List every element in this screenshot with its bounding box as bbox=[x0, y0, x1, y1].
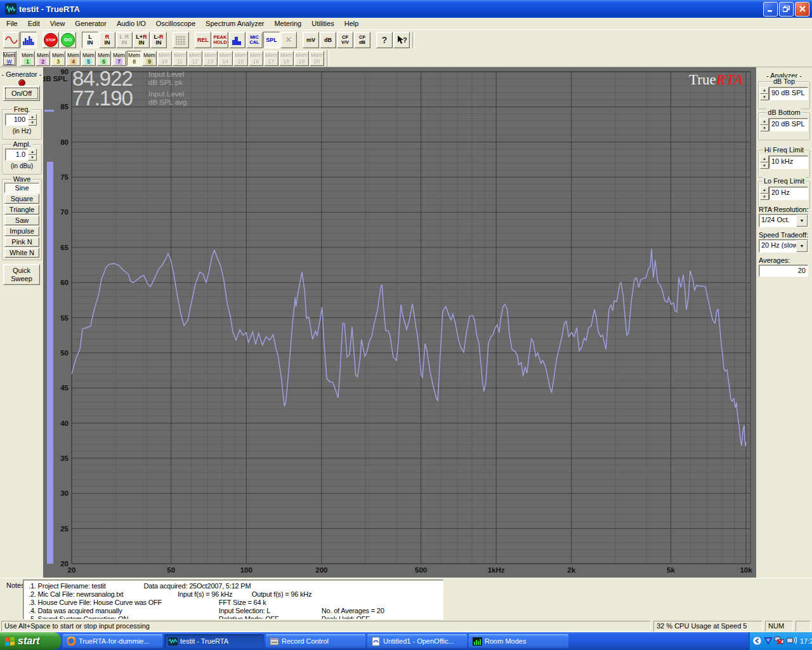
status-bar: Use Alt+Space to start or stop input pro… bbox=[0, 620, 812, 632]
db-top-input[interactable]: 90 dB SPL bbox=[769, 87, 808, 100]
toolbar-separator bbox=[190, 32, 195, 48]
menu-item-spectrum-analyzer[interactable]: Spectrum Analyzer bbox=[200, 18, 269, 29]
main-toolbar: STOPGOLINRINL RINL+RINL-RINRELPEAKHOLDMI… bbox=[0, 29, 812, 50]
memory-button-9[interactable]: Mem9 bbox=[142, 51, 157, 66]
db-bottom-down-button[interactable]: ▼ bbox=[760, 125, 769, 132]
db-bottom-up-button[interactable]: ▲ bbox=[760, 118, 769, 125]
memory-button-2[interactable]: Mem2 bbox=[36, 51, 50, 66]
collapse-chevron-icon[interactable] bbox=[752, 636, 762, 647]
context-help-button[interactable]: ? bbox=[393, 32, 410, 48]
menu-item-view[interactable]: View bbox=[45, 18, 70, 29]
memory-button-4[interactable]: Mem4 bbox=[66, 51, 81, 66]
bar-display-button[interactable] bbox=[229, 32, 246, 48]
start-label: start bbox=[18, 635, 40, 647]
rta-resolution-label: RTA Resolution: bbox=[759, 206, 808, 213]
freq-up-button[interactable]: ▲ bbox=[28, 114, 37, 120]
db-top-up-button[interactable]: ▲ bbox=[760, 87, 769, 94]
svg-text:1kHz: 1kHz bbox=[488, 566, 505, 574]
input-l-plus-r-button[interactable]: L+RIN bbox=[133, 32, 150, 48]
memory-button-16: Mem16 bbox=[249, 51, 263, 66]
hi-freq-limit-input[interactable]: 10 kHz bbox=[769, 156, 808, 169]
rta-resolution-select[interactable]: 1/24 Oct. ▼ bbox=[759, 214, 808, 227]
memory-button-1[interactable]: Mem1 bbox=[20, 51, 35, 66]
note-line-4: .4. Data was acquired manuallyInput Sele… bbox=[23, 607, 443, 615]
wave-button-pink-n[interactable]: Pink N bbox=[4, 237, 39, 247]
input-left-button[interactable]: LIN bbox=[82, 32, 98, 48]
menu-item-utilities[interactable]: Utilities bbox=[306, 18, 339, 29]
minimize-button[interactable] bbox=[763, 2, 778, 17]
spectrum-display-button[interactable] bbox=[20, 32, 37, 48]
chevron-down-icon[interactable]: ▼ bbox=[796, 215, 808, 227]
analyzer-group-db-top: dB Top▲▼90 dB SPL bbox=[758, 81, 810, 109]
speed-tradeoff-select[interactable]: 20 Hz (slow) ▼ bbox=[759, 239, 808, 253]
freq-down-button[interactable]: ▼ bbox=[28, 120, 37, 126]
mic-cal-button[interactable]: MICCAL bbox=[246, 32, 263, 48]
taskbar-button-room-modes[interactable]: Room Modes bbox=[469, 634, 568, 648]
wave-button-sine[interactable]: Sine bbox=[4, 183, 39, 193]
taskbar-button-testit-truerta[interactable]: testit - TrueRTA bbox=[164, 634, 264, 648]
chevron-down-icon[interactable]: ▼ bbox=[796, 240, 808, 252]
menu-item-help[interactable]: Help bbox=[339, 18, 364, 29]
freq-input[interactable]: 100 bbox=[5, 114, 28, 126]
memory-button-w[interactable]: MemW bbox=[2, 51, 16, 66]
peak-hold-button[interactable]: PEAKHOLD bbox=[212, 32, 228, 48]
crest-factor-vv-button[interactable]: CFV/V bbox=[337, 32, 353, 48]
hi-freq-limit-down-button[interactable]: ▼ bbox=[760, 162, 769, 169]
memory-button-3[interactable]: Mem3 bbox=[51, 51, 65, 66]
ampl-input[interactable]: 1.0 bbox=[5, 149, 28, 161]
memory-button-8[interactable]: Mem8 bbox=[127, 51, 141, 66]
hi-freq-limit-up-button[interactable]: ▲ bbox=[760, 156, 769, 162]
menu-item-generator[interactable]: Generator bbox=[70, 18, 112, 29]
taskbar-button-truerta-for-dummie[interactable]: TrueRTA-for-dummie... bbox=[63, 634, 162, 648]
spl-button[interactable]: SPL bbox=[263, 32, 280, 48]
messenger-triangle-icon[interactable] bbox=[764, 637, 773, 646]
menu-item-oscilloscope[interactable]: Oscilloscope bbox=[151, 18, 200, 29]
help-button[interactable]: ? bbox=[376, 32, 393, 48]
wave-button-white-n[interactable]: White N bbox=[4, 248, 39, 258]
ampl-down-button[interactable]: ▼ bbox=[28, 155, 37, 161]
input-l-minus-r-button[interactable]: L-RIN bbox=[150, 32, 167, 48]
go-button[interactable]: GO bbox=[60, 32, 76, 48]
truerta-icon bbox=[167, 636, 178, 646]
db-top-down-button[interactable]: ▼ bbox=[760, 94, 769, 101]
analyzer-group-db-bottom: dB Bottom▲▼20 dB SPL bbox=[758, 112, 810, 140]
quick-sweep-button[interactable]: Quick Sweep bbox=[3, 264, 40, 285]
status-message: Use Alt+Space to start or stop input pro… bbox=[1, 621, 651, 632]
decibels-button[interactable]: dB bbox=[320, 32, 336, 48]
network-activity-icon[interactable] bbox=[787, 636, 797, 646]
crest-factor-db-button[interactable]: CFdB bbox=[354, 32, 370, 48]
memory-button-15: Mem15 bbox=[233, 51, 248, 66]
menu-item-audio-i-o[interactable]: Audio I/O bbox=[112, 18, 151, 29]
close-icon[interactable] bbox=[795, 2, 809, 17]
rta-plot: 202530354045505560657075808590dB SPL2050… bbox=[43, 67, 756, 578]
input-right-button[interactable]: RIN bbox=[99, 32, 115, 48]
lo-freq-limit-input[interactable]: 20 Hz bbox=[769, 187, 808, 200]
restore-button[interactable] bbox=[779, 2, 794, 17]
memory-button-6[interactable]: Mem6 bbox=[96, 51, 111, 66]
averages-input[interactable]: 20 bbox=[759, 265, 808, 277]
notes-text-area[interactable]: .1. Project Filename: testitData acquire… bbox=[23, 580, 443, 620]
generator-display-button[interactable] bbox=[3, 32, 20, 48]
lo-freq-limit-up-button[interactable]: ▲ bbox=[760, 187, 769, 194]
input-lr-button: L RIN bbox=[116, 32, 133, 48]
db-bottom-input[interactable]: 20 dB SPL bbox=[769, 118, 808, 131]
menu-item-file[interactable]: File bbox=[1, 18, 23, 29]
taskbar-button-record-control[interactable]: Record Control bbox=[266, 634, 365, 648]
network-offline-icon[interactable] bbox=[775, 636, 785, 646]
wave-button-impulse[interactable]: Impulse bbox=[4, 226, 39, 236]
millivolts-button[interactable]: mV bbox=[303, 32, 319, 48]
memory-button-5[interactable]: Mem5 bbox=[81, 51, 96, 66]
relative-mode-button[interactable]: REL bbox=[195, 32, 211, 48]
stop-button[interactable]: STOP bbox=[43, 32, 59, 48]
lo-freq-limit-down-button[interactable]: ▼ bbox=[760, 194, 769, 201]
ampl-up-button[interactable]: ▲ bbox=[28, 149, 37, 155]
menu-item-edit[interactable]: Edit bbox=[23, 18, 45, 29]
generator-onoff-button[interactable]: On/Off bbox=[3, 86, 40, 101]
wave-button-square[interactable]: Square bbox=[4, 194, 39, 204]
start-button[interactable]: start bbox=[0, 632, 61, 650]
taskbar-button-untitled1-openoffic[interactable]: Untitled1 - OpenOffic... bbox=[367, 634, 467, 648]
memory-button-7[interactable]: Mem7 bbox=[112, 51, 126, 66]
menu-item-metering[interactable]: Metering bbox=[269, 18, 306, 29]
wave-button-triangle[interactable]: Triangle bbox=[4, 204, 39, 215]
wave-button-saw[interactable]: Saw bbox=[4, 215, 39, 225]
